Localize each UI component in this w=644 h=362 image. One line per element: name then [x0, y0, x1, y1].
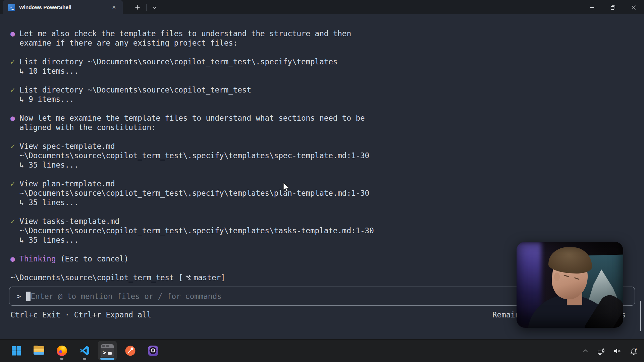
tab-windows-powershell[interactable]: >_ Windows PowerShell ✕	[3, 0, 123, 14]
postman-icon[interactable]	[121, 341, 140, 360]
start-button-icon[interactable]	[7, 341, 25, 360]
terminal-line: ↳ 35 lines...	[10, 198, 374, 207]
file-explorer-icon[interactable]	[30, 341, 48, 360]
terminal-line: ✓ View tasks-template.md	[10, 217, 374, 226]
terminal-line: ↳ 35 lines...	[10, 235, 374, 245]
terminal-line: ~\Documents\source\copilot_term_test\.sp…	[10, 188, 374, 198]
terminal-output: ● Let me also check the template files t…	[10, 29, 374, 282]
terminal-line: ↳ 10 items...	[10, 66, 374, 76]
window-titlebar: >_ Windows PowerShell ✕	[0, 0, 644, 14]
powershell-icon: >_	[8, 4, 15, 11]
terminal-line: ↳ 9 items...	[10, 95, 374, 104]
system-tray: z	[580, 340, 639, 362]
svg-text:z: z	[635, 347, 637, 350]
terminal-line	[10, 104, 374, 113]
desktop: >_ Windows PowerShell ✕ ● Let me also ch…	[0, 0, 644, 362]
input-prompt-symbol: >	[16, 292, 21, 301]
shortcut-hints: Ctrl+c Exit · Ctrl+r Expand all	[10, 310, 151, 319]
window-controls	[582, 0, 644, 14]
tray-notification-bell-dnd-icon[interactable]: z	[628, 345, 639, 357]
terminal-line: ✓ List directory ~\Documents\source\copi…	[10, 85, 374, 95]
text-cursor	[26, 292, 31, 301]
terminal-line: ~\Documents\source\copilot_term_test\.sp…	[10, 226, 374, 235]
terminal-line	[10, 245, 374, 254]
git-branch-icon	[185, 274, 191, 283]
vscode-icon[interactable]	[75, 341, 94, 360]
terminal-line: ● Let me also check the template files t…	[10, 29, 374, 38]
terminal-line: ↳ 35 lines...	[10, 160, 374, 170]
mouse-pointer	[283, 182, 291, 192]
scrollbar-thumb[interactable]	[640, 301, 641, 331]
tab-divider	[146, 4, 147, 11]
tray-volume-muted-icon[interactable]	[612, 345, 623, 357]
terminal-line	[10, 48, 374, 57]
terminal-line: ~\Documents\source\copilot_term_test\.sp…	[10, 151, 374, 160]
github-desktop-icon[interactable]	[144, 341, 162, 360]
terminal-line	[10, 170, 374, 179]
terminal-line: examine if there are any existing projec…	[10, 38, 374, 48]
taskbar-apps: >	[7, 341, 162, 360]
terminal-line: ✓ View plan-template.md	[10, 179, 374, 188]
terminal-line: aligned with the constitution:	[10, 123, 374, 132]
tab-dropdown-button[interactable]	[150, 4, 159, 12]
tray-network-icon[interactable]	[596, 345, 607, 357]
webcam-overlay	[517, 242, 623, 328]
close-button[interactable]	[623, 0, 644, 14]
taskbar: >	[0, 339, 644, 362]
terminal-line	[10, 207, 374, 217]
input-placeholder: Enter @ to mention files or / for comman…	[31, 292, 222, 301]
tray-chevron-up-icon[interactable]	[580, 345, 591, 357]
terminal-line: ● Thinking (Esc to cancel)	[10, 254, 374, 263]
tab-title: Windows PowerShell	[19, 4, 110, 10]
minimize-button[interactable]	[582, 0, 602, 14]
firefox-icon[interactable]	[52, 341, 71, 360]
terminal-line	[10, 76, 374, 85]
terminal-line: ✓ View spec-template.md	[10, 141, 374, 151]
tab-close-icon[interactable]: ✕	[110, 4, 118, 11]
terminal-line: ● Now let me examine the template files …	[10, 113, 374, 123]
windows-terminal-icon[interactable]: >	[98, 341, 117, 360]
terminal-line	[10, 263, 374, 273]
restore-button[interactable]	[602, 0, 623, 14]
terminal-line	[10, 132, 374, 141]
webcam-vignette	[517, 242, 623, 328]
terminal-line: ✓ List directory ~\Documents\source\copi…	[10, 57, 374, 66]
terminal-line: ~\Documents\source\copilot_term_test [ma…	[10, 273, 374, 282]
new-tab-button[interactable]	[132, 3, 143, 12]
